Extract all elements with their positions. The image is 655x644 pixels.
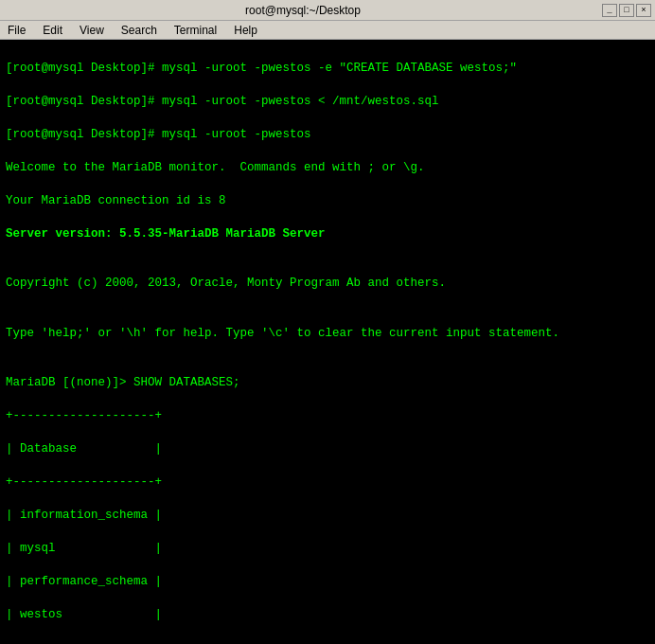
terminal-line: Welcome to the MariaDB monitor. Commands… (6, 160, 649, 177)
titlebar: root@mysql:~/Desktop _ □ × (0, 0, 655, 21)
terminal-line: Type 'help;' or '\h' for help. Type '\c'… (6, 326, 649, 343)
close-button[interactable]: × (636, 4, 651, 17)
minimize-button[interactable]: _ (602, 4, 617, 17)
titlebar-title: root@mysql:~/Desktop (4, 4, 602, 17)
terminal-line: MariaDB [(none)]> SHOW DATABASES; (6, 375, 649, 392)
menu-file[interactable]: File (4, 23, 29, 38)
terminal[interactable]: [root@mysql Desktop]# mysql -uroot -pwes… (0, 40, 655, 642)
terminal-line: | performance_schema | (6, 574, 649, 591)
menu-search[interactable]: Search (117, 23, 161, 38)
terminal-line: [root@mysql Desktop]# mysql -uroot -pwes… (6, 61, 649, 78)
menu-help[interactable]: Help (230, 23, 261, 38)
terminal-line: +--------------------+ (6, 474, 649, 492)
terminal-line: Your MariaDB connection id is 8 (6, 193, 649, 210)
terminal-line: [root@mysql Desktop]# mysql -uroot -pwes… (6, 94, 649, 111)
menu-terminal[interactable]: Terminal (170, 23, 221, 38)
menu-edit[interactable]: Edit (39, 23, 66, 38)
menubar: File Edit View Search Terminal Help (0, 21, 655, 40)
terminal-line: | mysql | (6, 541, 649, 558)
terminal-line: Server version: 5.5.35-MariaDB MariaDB S… (6, 226, 649, 243)
titlebar-buttons: _ □ × (602, 4, 651, 17)
terminal-line: +--------------------+ (6, 640, 649, 642)
terminal-line: | Database | (6, 441, 649, 458)
terminal-line: | information_schema | (6, 508, 649, 525)
terminal-line: [root@mysql Desktop]# mysql -uroot -pwes… (6, 127, 649, 144)
maximize-button[interactable]: □ (619, 4, 634, 17)
terminal-line: +--------------------+ (6, 408, 649, 425)
terminal-line: | westos | (6, 607, 649, 624)
terminal-line: Copyright (c) 2000, 2013, Oracle, Monty … (6, 276, 649, 293)
menu-view[interactable]: View (76, 23, 108, 38)
